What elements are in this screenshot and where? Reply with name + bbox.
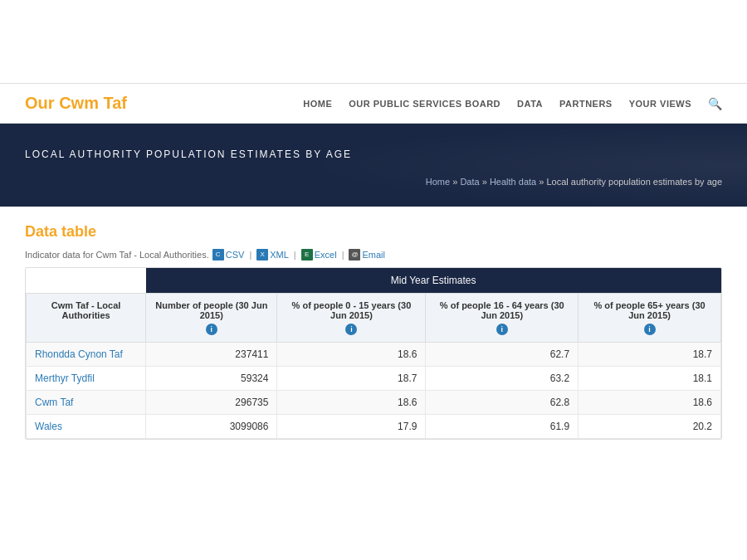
row-value: 18.6 [579, 391, 721, 415]
logo-highlight: Cwm Taf [59, 94, 127, 112]
indicator-info: Indicator data for Cwm Taf - Local Autho… [25, 249, 722, 261]
site-header: Our Cwm Taf HOME OUR PUBLIC SERVICES BOA… [0, 83, 747, 124]
breadcrumb-data[interactable]: Data [460, 177, 479, 187]
breadcrumb: Home » Data » Health data » Local author… [25, 177, 722, 187]
main-content: Data table Indicator data for Cwm Taf - … [0, 207, 747, 456]
nav-partners[interactable]: PARTNERS [559, 99, 613, 109]
hero-title: LOCAL AUTHORITY POPULATION ESTIMATES BY … [25, 149, 722, 160]
site-logo: Our Cwm Taf [25, 94, 127, 113]
col-number: Number of people (30 Jun 2015) i [146, 294, 277, 343]
row-authority-name[interactable]: Merthyr Tydfil [27, 367, 146, 391]
col-0-15: % of people 0 - 15 years (30 Jun 2015) i [277, 294, 426, 343]
col-header-empty [27, 268, 146, 294]
row-authority-name[interactable]: Rhondda Cynon Taf [27, 343, 146, 367]
main-nav: HOME OUR PUBLIC SERVICES BOARD DATA PART… [303, 97, 722, 110]
breadcrumb-current: Local authority population estimates by … [546, 177, 722, 187]
row-value: 62.8 [426, 391, 579, 415]
row-value: 18.6 [277, 391, 426, 415]
info-number[interactable]: i [206, 324, 217, 335]
row-value: 18.7 [579, 343, 721, 367]
indicator-text: Indicator data for Cwm Taf - Local Autho… [25, 250, 209, 260]
row-authority-name[interactable]: Wales [27, 415, 146, 439]
email-icon: @ [349, 249, 360, 261]
row-value: 62.7 [426, 343, 579, 367]
download-excel[interactable]: E Excel [301, 249, 337, 261]
row-value: 3099086 [146, 415, 277, 439]
table-row: Rhondda Cynon Taf23741118.662.718.7 [27, 343, 721, 367]
nav-data[interactable]: DATA [517, 99, 543, 109]
excel-icon: E [301, 249, 313, 261]
row-value: 61.9 [426, 415, 579, 439]
row-value: 59324 [146, 367, 277, 391]
section-title: Data table [25, 223, 722, 241]
row-value: 20.2 [579, 415, 721, 439]
nav-home[interactable]: HOME [303, 99, 332, 109]
logo-prefix: Our [25, 94, 59, 112]
data-table: Mid Year Estimates Cwm Taf - Local Autho… [25, 267, 722, 440]
row-value: 18.7 [277, 367, 426, 391]
row-value: 18.1 [579, 367, 721, 391]
row-value: 17.9 [277, 415, 426, 439]
nav-your-views[interactable]: YOUR VIEWS [629, 99, 691, 109]
download-email[interactable]: @ Email [349, 249, 385, 261]
download-csv[interactable]: C CSV [212, 249, 245, 261]
row-value: 18.6 [277, 343, 426, 367]
hero-banner: LOCAL AUTHORITY POPULATION ESTIMATES BY … [0, 124, 747, 207]
xml-icon: X [256, 249, 268, 261]
row-value: 237411 [146, 343, 277, 367]
info-65plus[interactable]: i [644, 324, 656, 335]
top-space [0, 0, 747, 83]
breadcrumb-health[interactable]: Health data [490, 177, 536, 187]
download-xml[interactable]: X XML [256, 249, 289, 261]
bottom-space [0, 456, 747, 556]
info-16-64[interactable]: i [496, 324, 508, 335]
row-value: 63.2 [426, 367, 579, 391]
table-row: Wales309908617.961.920.2 [27, 415, 721, 439]
nav-public-services[interactable]: OUR PUBLIC SERVICES BOARD [349, 99, 500, 109]
table-row: Cwm Taf29673518.662.818.6 [27, 391, 721, 415]
table-row: Merthyr Tydfil5932418.763.218.1 [27, 367, 721, 391]
breadcrumb-home[interactable]: Home [426, 177, 450, 187]
col-65plus: % of people 65+ years (30 Jun 2015) i [579, 294, 721, 343]
info-0-15[interactable]: i [345, 324, 357, 335]
col-authority: Cwm Taf - Local Authorities [27, 294, 146, 343]
row-authority-name[interactable]: Cwm Taf [27, 391, 146, 415]
group-header: Mid Year Estimates [146, 268, 721, 294]
col-16-64: % of people 16 - 64 years (30 Jun 2015) … [426, 294, 579, 343]
search-button[interactable]: 🔍 [708, 97, 722, 110]
csv-icon: C [212, 249, 224, 261]
row-value: 296735 [146, 391, 277, 415]
